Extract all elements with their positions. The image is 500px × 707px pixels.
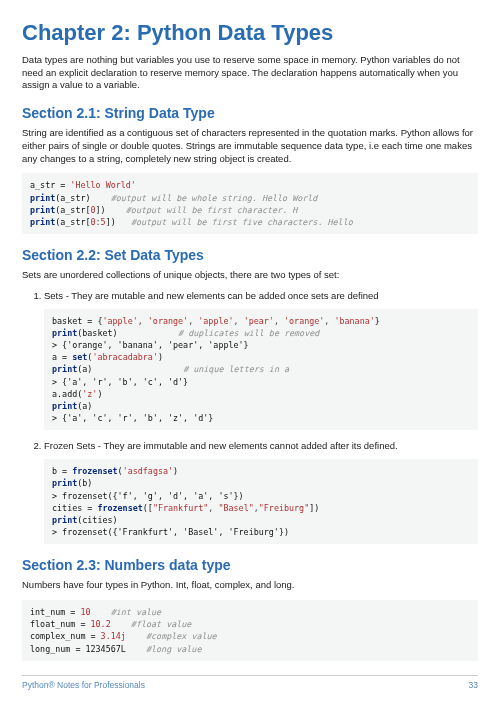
section-2-1-para: String are identified as a contiguous se… (22, 127, 478, 165)
section-2-2-title: Section 2.2: Set Data Types (22, 246, 478, 265)
footer-book-title: Python® Notes for Professionals (22, 680, 145, 691)
chapter-title: Chapter 2: Python Data Types (22, 18, 478, 48)
code-set: basket = {'apple', 'orange', 'apple', 'p… (44, 309, 478, 431)
page-footer: Python® Notes for Professionals 33 (22, 675, 478, 691)
section-2-2-para: Sets are unordered collections of unique… (22, 269, 478, 282)
code-string: a_str = 'Hello World' print(a_str) #outp… (22, 173, 478, 234)
code-frozenset: b = frozenset('asdfagsa') print(b) > fro… (44, 459, 478, 544)
list-item: Sets - They are mutable and new elements… (44, 290, 478, 431)
code-numbers: int_num = 10 #int value float_num = 10.2… (22, 600, 478, 661)
section-2-3-para: Numbers have four types in Python. Int, … (22, 579, 478, 592)
section-2-1-title: Section 2.1: String Data Type (22, 104, 478, 123)
list-item: Frozen Sets - They are immutable and new… (44, 440, 478, 544)
intro-paragraph: Data types are nothing but variables you… (22, 54, 478, 92)
set-types-list: Sets - They are mutable and new elements… (22, 290, 478, 544)
section-2-3-title: Section 2.3: Numbers data type (22, 556, 478, 575)
footer-page-number: 33 (469, 680, 478, 691)
